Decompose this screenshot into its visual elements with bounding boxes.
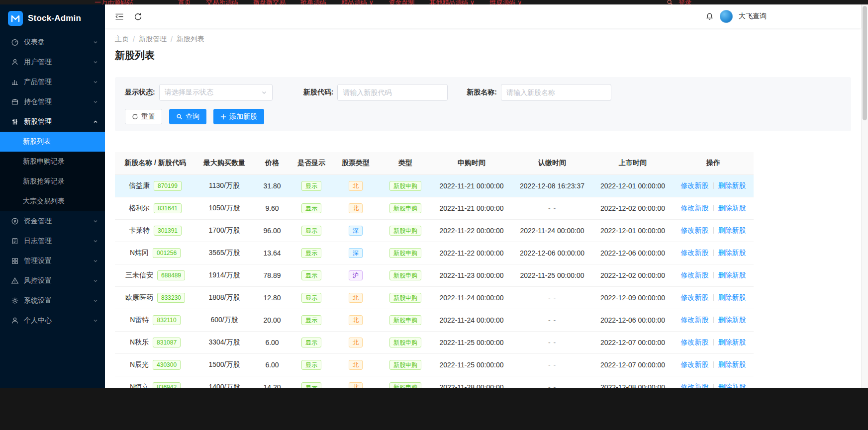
edit-stock-link[interactable]: 修改新股 bbox=[681, 271, 709, 279]
sidebar-submenu-item[interactable]: 新股申购记录 bbox=[0, 152, 105, 172]
sidebar-item-6[interactable]: 资金管理 bbox=[0, 211, 105, 231]
sidebar-submenu-item[interactable]: 新股抢筹记录 bbox=[0, 172, 105, 191]
sidebar-item-3[interactable]: 产品管理 bbox=[0, 72, 105, 92]
sidebar-item-11[interactable]: 个人中心 bbox=[0, 311, 105, 331]
display-status-tag-cell: 显示 bbox=[291, 174, 332, 197]
background-nav-item[interactable]: 精品源码 ∨ bbox=[341, 0, 374, 4]
pay-time-cell: - - bbox=[512, 309, 592, 331]
stock-code-input[interactable] bbox=[337, 84, 448, 101]
stock-name: 卡莱特 bbox=[129, 226, 150, 235]
sidebar-item-1[interactable]: 仪表盘 bbox=[0, 32, 105, 52]
edit-stock-link[interactable]: 修改新股 bbox=[681, 249, 709, 257]
table-row[interactable]: 卡莱特3013911700/万股96.00显示深新股申购2022-11-22 0… bbox=[115, 219, 754, 242]
display-status-tag: 显示 bbox=[301, 270, 321, 280]
table-row[interactable]: 三未信安6884891914/万股78.89显示沪新股申购2022-11-23 … bbox=[115, 264, 754, 286]
page-scrollbar[interactable] bbox=[861, 4, 868, 388]
sidebar-submenu-item[interactable]: 大宗交易列表 bbox=[0, 191, 105, 211]
sidebar-item-5[interactable]: 新股管理 bbox=[0, 112, 105, 132]
edit-stock-link[interactable]: 修改新股 bbox=[681, 383, 709, 388]
sidebar-item-label: 仪表盘 bbox=[24, 38, 93, 47]
sidebar-item-4[interactable]: 持仓管理 bbox=[0, 92, 105, 112]
sidebar-item-10[interactable]: 系统设置 bbox=[0, 291, 105, 311]
background-nav-item[interactable]: 交易所源码 bbox=[206, 0, 238, 4]
background-nav-item[interactable]: 首页 bbox=[178, 0, 191, 4]
type-tag: 新股申购 bbox=[389, 248, 421, 258]
actions-cell: 修改新股删除新股 bbox=[673, 286, 754, 309]
apply-time-cell: 2022-11-22 00:00:00 bbox=[431, 219, 512, 242]
display-status-tag-cell: 显示 bbox=[291, 353, 332, 376]
table-row[interactable]: N恒立8369421400/万股14.20显示北新股申购2022-11-28 0… bbox=[115, 376, 754, 388]
collapse-menu-icon[interactable] bbox=[115, 13, 124, 20]
topbar-right: 大飞查询 bbox=[705, 10, 851, 23]
reset-button[interactable]: 重置 bbox=[125, 109, 162, 124]
breadcrumb-item[interactable]: 新股管理 bbox=[139, 35, 167, 44]
user-avatar[interactable] bbox=[720, 10, 733, 23]
type-tag-cell: 新股申购 bbox=[380, 376, 431, 388]
delete-stock-link[interactable]: 删除新股 bbox=[718, 316, 746, 324]
delete-stock-link[interactable]: 删除新股 bbox=[718, 338, 746, 346]
edit-stock-link[interactable]: 修改新股 bbox=[681, 204, 709, 212]
sidebar-item-9[interactable]: 风控设置 bbox=[0, 271, 105, 291]
delete-stock-link[interactable]: 删除新股 bbox=[718, 226, 746, 234]
delete-stock-link[interactable]: 删除新股 bbox=[718, 271, 746, 279]
delete-stock-link[interactable]: 删除新股 bbox=[718, 293, 746, 301]
table-row[interactable]: 倍益康8701991130/万股31.80显示北新股申购2022-11-21 0… bbox=[115, 174, 754, 197]
status-select[interactable]: 请选择显示状态 bbox=[159, 84, 273, 101]
list-time-cell: 2022-12-02 00:00:00 bbox=[592, 197, 673, 219]
background-nav-item[interactable]: 微盘微交易 bbox=[253, 0, 286, 4]
background-nav-item[interactable]: 资金盘制 bbox=[388, 0, 414, 4]
exchange-tag: 北 bbox=[349, 181, 363, 191]
list-time-cell: 2022-12-06 00:00:00 bbox=[592, 309, 673, 331]
sidebar-item-7[interactable]: 日志管理 bbox=[0, 231, 105, 251]
stock-code-tag: 430300 bbox=[153, 360, 181, 370]
stock-code-tag: 831641 bbox=[154, 203, 182, 213]
name-cell: 欧康医药833230 bbox=[115, 286, 195, 309]
background-page-top-nav: 一万币源码站首页交易所源码微盘微交易抢单源码精品源码 ∨资金盘制其他精品源码 ∨… bbox=[0, 0, 868, 4]
display-status-tag-cell: 显示 bbox=[291, 219, 332, 242]
display-status-tag: 显示 bbox=[301, 315, 321, 325]
table-row[interactable]: N秋乐8310873304/万股6.00显示北新股申购2022-11-25 00… bbox=[115, 331, 754, 353]
background-login-link[interactable]: 登录 bbox=[678, 0, 691, 4]
reset-button-label: 重置 bbox=[141, 112, 155, 121]
delete-stock-link[interactable]: 删除新股 bbox=[718, 249, 746, 257]
table-row[interactable]: N雷特832110600/万股20.00显示北新股申购2022-11-24 00… bbox=[115, 309, 754, 331]
edit-stock-link[interactable]: 修改新股 bbox=[681, 338, 709, 346]
sidebar-item-2[interactable]: 用户管理 bbox=[0, 52, 105, 72]
stock-name-input[interactable] bbox=[501, 84, 611, 101]
edit-stock-link[interactable]: 修改新股 bbox=[681, 226, 709, 234]
sidebar-item-8[interactable]: 管理设置 bbox=[0, 251, 105, 271]
delete-stock-link[interactable]: 删除新股 bbox=[718, 204, 746, 212]
table-row[interactable]: 格利尔8316411050/万股9.60显示北新股申购2022-11-21 00… bbox=[115, 197, 754, 219]
delete-stock-link[interactable]: 删除新股 bbox=[718, 181, 746, 189]
sidebar-submenu-item[interactable]: 新股列表 bbox=[0, 132, 105, 152]
delete-stock-link[interactable]: 删除新股 bbox=[718, 360, 746, 368]
background-nav-item[interactable]: 抢单源码 bbox=[300, 0, 326, 4]
edit-stock-link[interactable]: 修改新股 bbox=[681, 293, 709, 301]
type-tag: 新股申购 bbox=[389, 293, 421, 303]
new-stock-icon bbox=[11, 118, 19, 126]
search-icon[interactable] bbox=[667, 0, 674, 4]
delete-stock-link[interactable]: 删除新股 bbox=[718, 383, 746, 388]
background-nav-item[interactable]: 一万币源码站 bbox=[95, 0, 133, 4]
search-button-label: 查询 bbox=[186, 112, 199, 121]
refresh-icon[interactable] bbox=[134, 12, 142, 21]
background-nav-item[interactable]: 其他精品源码 ∨ bbox=[429, 0, 475, 4]
stock-table: 新股名称 / 新股代码最大购买数量价格是否显示股票类型类型申购时间认缴时间上市时… bbox=[115, 152, 851, 388]
breadcrumb-item[interactable]: 主页 bbox=[115, 35, 129, 44]
app-logo[interactable]: Stock-Admin bbox=[0, 4, 105, 32]
page-content: 主页/新股管理/新股列表 新股列表 显示状态: 请选择显示状态 新股代码: 新股… bbox=[105, 28, 861, 388]
notifications-bell-icon[interactable] bbox=[705, 12, 714, 21]
apply-time-cell: 2022-11-24 00:00:00 bbox=[431, 286, 512, 309]
name-cell: N雷特832110 bbox=[115, 309, 195, 331]
search-button[interactable]: 查询 bbox=[169, 109, 206, 124]
edit-stock-link[interactable]: 修改新股 bbox=[681, 181, 709, 189]
table-row[interactable]: N辰光4303001500/万股6.00显示北新股申购2022-11-25 00… bbox=[115, 353, 754, 376]
user-name[interactable]: 大飞查询 bbox=[739, 12, 767, 21]
table-row[interactable]: N炜冈0012563565/万股13.64显示深新股申购2022-11-22 0… bbox=[115, 242, 754, 264]
scrollbar-thumb[interactable] bbox=[863, 6, 867, 120]
add-stock-button[interactable]: 添加新股 bbox=[213, 109, 264, 124]
background-nav-item[interactable]: 维成源码 ∨ bbox=[489, 0, 522, 4]
edit-stock-link[interactable]: 修改新股 bbox=[681, 360, 709, 368]
edit-stock-link[interactable]: 修改新股 bbox=[681, 316, 709, 324]
table-row[interactable]: 欧康医药8332301808/万股12.80显示北新股申购2022-11-24 … bbox=[115, 286, 754, 309]
